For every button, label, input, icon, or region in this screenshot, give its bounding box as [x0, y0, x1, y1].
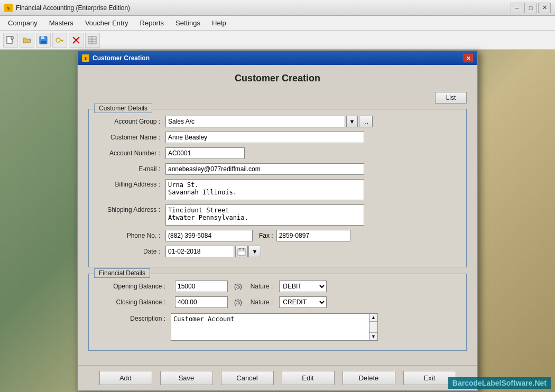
desktop: $ Customer Creation ✕ Customer Creation … [0, 50, 555, 392]
watermark: BarcodeLabelSoftware.Net [448, 377, 551, 389]
closing-nature-select[interactable]: DEBIT CREDIT [279, 296, 327, 308]
date-input[interactable] [165, 246, 234, 257]
financial-details-section: Financial Details Opening Balance : ($) … [88, 274, 467, 351]
date-row: Date : ▼ [97, 246, 458, 257]
add-button[interactable]: Add [99, 371, 152, 385]
menu-reports[interactable]: Reports [134, 16, 170, 30]
save-button[interactable]: Save [160, 371, 213, 385]
financial-details-label: Financial Details [94, 268, 150, 278]
menu-settings[interactable]: Settings [170, 16, 206, 30]
toolbar-close[interactable] [69, 33, 84, 48]
svg-rect-18 [238, 249, 245, 255]
fax-label: Fax : [259, 232, 273, 239]
svg-rect-20 [239, 248, 240, 250]
shipping-address-label: Shipping Address : [97, 204, 165, 213]
account-group-select[interactable]: Sales A/c [165, 116, 345, 127]
svg-rect-21 [243, 248, 244, 250]
customer-name-row: Customer Name : [97, 132, 458, 143]
maximize-btn[interactable]: □ [524, 3, 537, 13]
menu-company[interactable]: Company [2, 16, 43, 30]
customer-name-input[interactable] [165, 132, 364, 143]
shipping-address-row: Shipping Address : Tincidunt Street Atwa… [97, 204, 458, 226]
toolbar-new[interactable] [3, 33, 18, 48]
email-row: E-mail : [97, 163, 458, 175]
account-group-dropdown-btn[interactable]: ▼ [346, 116, 358, 127]
description-row: Description : Customer Account ▲ ▼ [97, 313, 458, 341]
opening-nature-select[interactable]: DEBIT CREDIT [279, 281, 327, 292]
account-number-input[interactable] [165, 147, 245, 159]
opening-balance-input[interactable] [175, 281, 228, 292]
toolbar [0, 31, 555, 50]
account-group-label: Account Group : [97, 118, 165, 125]
account-group-extra-btn[interactable]: … [359, 116, 373, 127]
svg-text:$: $ [7, 6, 10, 11]
date-picker-btn[interactable] [235, 246, 248, 257]
billing-address-input[interactable]: Urna St. Savannah Illinois. [165, 179, 364, 200]
description-scrollbar[interactable]: ▲ ▼ [369, 313, 378, 341]
customer-details-label: Customer Details [94, 104, 152, 113]
customer-creation-dialog: $ Customer Creation ✕ Customer Creation … [77, 50, 478, 391]
dialog-close-btn[interactable]: ✕ [464, 54, 473, 62]
svg-point-6 [56, 38, 60, 42]
closing-dollar-sign: ($) [234, 298, 242, 306]
window-controls[interactable]: ─ □ ✕ [511, 3, 551, 13]
opening-dollar-sign: ($) [234, 283, 242, 290]
toolbar-key[interactable] [52, 33, 67, 48]
email-label: E-mail : [97, 165, 165, 173]
svg-rect-12 [89, 36, 96, 44]
opening-nature-label: Nature : [251, 283, 273, 290]
app-icon: $ [4, 4, 13, 12]
phone-input[interactable] [165, 230, 253, 241]
menu-masters[interactable]: Masters [43, 16, 79, 30]
account-group-input-group: Sales A/c ▼ … [165, 116, 373, 127]
dialog-body: Customer Creation List Customer Details … [78, 65, 477, 365]
menu-voucher-entry[interactable]: Voucher Entry [79, 16, 134, 30]
billing-address-label: Billing Address : [97, 179, 165, 188]
account-number-label: Account Number : [97, 150, 165, 157]
menu-help[interactable]: Help [206, 16, 232, 30]
fax-input[interactable] [276, 230, 350, 241]
email-input[interactable] [165, 163, 364, 175]
dialog-title-bar: $ Customer Creation ✕ [78, 51, 477, 65]
title-bar: $ Financial Accounting (Enterprise Editi… [0, 0, 555, 16]
dialog-heading: Customer Creation [88, 73, 467, 84]
svg-rect-5 [41, 41, 46, 43]
dialog-icon: $ [82, 54, 89, 62]
minimize-btn[interactable]: ─ [511, 3, 523, 13]
account-group-row: Account Group : Sales A/c ▼ … [97, 116, 458, 127]
closing-balance-row: Closing Balance : ($) Nature : DEBIT CRE… [97, 296, 458, 308]
dialog-title: Customer Creation [92, 54, 464, 62]
description-label: Description : [97, 313, 171, 322]
svg-text:$: $ [85, 57, 87, 61]
svg-rect-4 [41, 36, 44, 39]
toolbar-table[interactable] [85, 33, 100, 48]
modal-overlay: $ Customer Creation ✕ Customer Creation … [0, 50, 555, 392]
shipping-address-input[interactable]: Tincidunt Street Atwater Pennsylvania. [165, 204, 364, 226]
edit-button[interactable]: Edit [282, 371, 335, 385]
closing-balance-input[interactable] [175, 296, 228, 308]
opening-balance-label: Opening Balance : [97, 283, 171, 290]
app-title: Financial Accounting (Enterprise Edition… [16, 4, 511, 12]
account-number-row: Account Number : [97, 147, 458, 159]
opening-balance-row: Opening Balance : ($) Nature : DEBIT CRE… [97, 281, 458, 292]
dialog-footer: Add Save Cancel Edit Delete Exit [78, 365, 477, 390]
list-button[interactable]: List [435, 92, 467, 104]
description-wrapper: Customer Account ▲ ▼ [171, 313, 378, 341]
description-input[interactable]: Customer Account [171, 313, 369, 341]
phone-label: Phone No. : [97, 232, 165, 239]
closing-balance-label: Closing Balance : [97, 298, 171, 306]
close-btn[interactable]: ✕ [538, 3, 551, 13]
date-label: Date : [97, 248, 165, 255]
toolbar-save[interactable] [36, 33, 51, 48]
date-dropdown-btn[interactable]: ▼ [248, 246, 261, 257]
toolbar-open[interactable] [20, 33, 34, 48]
phone-fax-row: Phone No. : Fax : [97, 230, 458, 241]
menu-bar: Company Masters Voucher Entry Reports Se… [0, 16, 555, 31]
cancel-button[interactable]: Cancel [221, 371, 274, 385]
customer-name-label: Customer Name : [97, 134, 165, 141]
customer-details-section: Customer Details Account Group : Sales A… [88, 109, 467, 267]
billing-address-row: Billing Address : Urna St. Savannah Illi… [97, 179, 458, 200]
closing-nature-label: Nature : [251, 298, 273, 306]
delete-button[interactable]: Delete [343, 371, 395, 385]
